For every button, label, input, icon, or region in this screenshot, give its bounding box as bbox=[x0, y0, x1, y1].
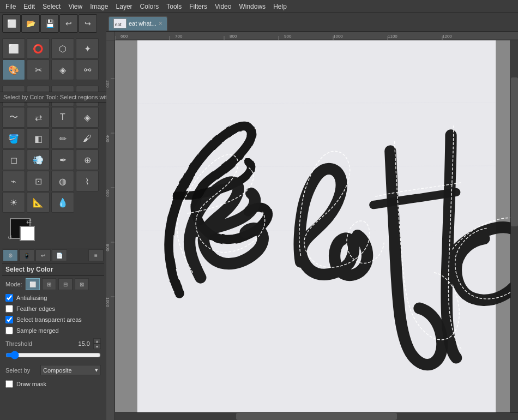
color-section: ↺ ⇄ bbox=[0, 215, 106, 245]
menu-video[interactable]: Video bbox=[212, 2, 234, 11]
color-swap[interactable]: ⇄ bbox=[26, 217, 32, 225]
tab-document-history[interactable]: 📄 bbox=[52, 249, 67, 261]
svg-text:1200: 1200 bbox=[442, 34, 452, 39]
menu-filters[interactable]: Filters bbox=[186, 2, 210, 11]
menu-tools[interactable]: Tools bbox=[163, 2, 185, 11]
tool-paths[interactable]: ⚯ bbox=[76, 59, 99, 80]
threshold-value: 15.0 bbox=[68, 340, 90, 347]
color-reset[interactable]: ↺ bbox=[8, 235, 12, 241]
tool-bucket[interactable]: 🪣 bbox=[2, 128, 25, 149]
mode-subtract[interactable]: ⊟ bbox=[58, 278, 73, 290]
tool-paintbrush[interactable]: 🖌 bbox=[76, 128, 99, 149]
tool-ink[interactable]: ✒ bbox=[51, 149, 74, 170]
menu-help[interactable]: Help bbox=[270, 2, 290, 11]
vertical-ruler: 200 400 600 800 1000 bbox=[106, 40, 115, 420]
menu-windows[interactable]: Windows bbox=[236, 2, 269, 11]
menubar: File Edit Select View Image Layer Colors… bbox=[0, 0, 518, 13]
threshold-down[interactable]: ▼ bbox=[93, 344, 101, 349]
svg-text:800: 800 bbox=[106, 244, 110, 251]
tool-gradient[interactable]: ◧ bbox=[27, 128, 50, 149]
tool-text[interactable]: T bbox=[51, 107, 74, 128]
menu-file[interactable]: File bbox=[2, 2, 19, 11]
menu-view[interactable]: View bbox=[65, 2, 86, 11]
svg-text:400: 400 bbox=[106, 135, 110, 142]
tool-color-picker[interactable]: 💧 bbox=[51, 192, 74, 213]
tool-measure[interactable]: 📐 bbox=[27, 192, 50, 213]
threshold-slider-container bbox=[2, 351, 104, 363]
menu-image[interactable]: Image bbox=[87, 2, 111, 11]
menu-select[interactable]: Select bbox=[39, 2, 64, 11]
tool-dodge[interactable]: ☀ bbox=[2, 192, 25, 213]
redo-btn[interactable]: ↪ bbox=[79, 14, 97, 33]
svg-text:1000: 1000 bbox=[333, 34, 343, 39]
tool-grid: ⬜ ⭕ ⬡ ✦ 🎨 ✂ ◈ ⚯ bbox=[0, 36, 106, 82]
tool-smudge[interactable]: ⌇ bbox=[76, 171, 99, 191]
tool-airbrush[interactable]: 💨 bbox=[27, 149, 50, 170]
horizontal-ruler: 600 700 800 900 1000 1100 1200 bbox=[115, 32, 518, 40]
tool-options-tabs: ⚙ 📱 ↩ 📄 ≡ bbox=[2, 248, 104, 263]
tool-ellipse-select[interactable]: ⭕ bbox=[27, 38, 50, 59]
mode-add[interactable]: ⊞ bbox=[42, 278, 56, 290]
draw-mask-row[interactable]: Draw mask bbox=[2, 379, 104, 389]
tool-blur[interactable]: ◍ bbox=[51, 171, 74, 191]
svg-text:200: 200 bbox=[106, 80, 110, 88]
sample-merged-row[interactable]: Sample merged bbox=[2, 325, 104, 336]
background-color[interactable] bbox=[20, 226, 35, 241]
threshold-label: Threshold bbox=[5, 340, 66, 347]
canvas-content[interactable] bbox=[115, 40, 518, 420]
tool-warp[interactable]: 〜 bbox=[2, 107, 25, 128]
threshold-spinner[interactable]: ▲ ▼ bbox=[93, 338, 101, 349]
panel-menu-btn[interactable]: ≡ bbox=[88, 249, 104, 261]
canvas-tab-main[interactable]: eat eat what... × bbox=[109, 16, 167, 31]
tool-eraser[interactable]: ◻ bbox=[2, 149, 25, 170]
mode-intersect[interactable]: ⊠ bbox=[75, 278, 89, 290]
antialiasing-checkbox[interactable] bbox=[5, 294, 13, 302]
select-transparent-row[interactable]: Select transparent areas bbox=[2, 314, 104, 325]
select-by-row: Select by Composite ▾ bbox=[2, 363, 104, 377]
tool-heal[interactable]: ⌁ bbox=[2, 171, 25, 191]
select-by-dropdown[interactable]: Composite ▾ bbox=[40, 365, 101, 375]
tool-clone[interactable]: ⊕ bbox=[76, 149, 99, 170]
tool-rect-select[interactable]: ⬜ bbox=[2, 38, 25, 59]
svg-rect-18 bbox=[106, 40, 115, 420]
threshold-up[interactable]: ▲ bbox=[93, 338, 101, 344]
tool-fuzzy-select[interactable]: ✦ bbox=[76, 38, 99, 59]
horizontal-scrollbar[interactable] bbox=[115, 412, 518, 420]
tab-label: eat what... bbox=[129, 20, 156, 27]
tool-options-panel: ⚙ 📱 ↩ 📄 ≡ Select by Color Mode: ⬜ ⊞ ⊟ ⊠ … bbox=[0, 248, 106, 420]
left-panel: ⬜ 📂 💾 ↩ ↪ Select by Color Tool: Select r… bbox=[0, 13, 106, 420]
undo-btn[interactable]: ↩ bbox=[59, 14, 78, 33]
hint-bar: Select by Color Tool: Select regions wit… bbox=[0, 92, 106, 103]
draw-mask-checkbox[interactable] bbox=[5, 380, 13, 388]
hint-text: Select by Color Tool: Select regions wit… bbox=[3, 94, 106, 100]
tool-3d[interactable]: ◈ bbox=[76, 107, 99, 128]
mode-replace[interactable]: ⬜ bbox=[26, 278, 40, 290]
tab-tool-options[interactable]: ⚙ bbox=[3, 249, 18, 261]
tool-scissors[interactable]: ✂ bbox=[27, 59, 50, 80]
tab-close-btn[interactable]: × bbox=[159, 20, 162, 27]
tab-device-status[interactable]: 📱 bbox=[19, 249, 34, 261]
feather-edges-checkbox[interactable] bbox=[5, 305, 13, 313]
tool-free-select[interactable]: ⬡ bbox=[51, 38, 74, 59]
sample-merged-checkbox[interactable] bbox=[5, 327, 13, 334]
tool-name-label: Select by Color bbox=[2, 263, 104, 276]
tool-select-color[interactable]: 🎨 bbox=[2, 59, 25, 80]
select-by-label: Select by bbox=[5, 367, 38, 374]
open-file-btn[interactable]: 📂 bbox=[21, 14, 40, 33]
tool-perspective-clone[interactable]: ⊡ bbox=[27, 171, 50, 191]
menu-colors[interactable]: Colors bbox=[137, 2, 162, 11]
tool-foreground-select[interactable]: ◈ bbox=[51, 59, 74, 80]
svg-text:600: 600 bbox=[106, 189, 110, 197]
save-file-btn[interactable]: 💾 bbox=[40, 14, 59, 33]
menu-layer[interactable]: Layer bbox=[113, 2, 136, 11]
feather-edges-row[interactable]: Feather edges bbox=[2, 303, 104, 314]
tab-undo-history[interactable]: ↩ bbox=[35, 249, 51, 261]
tool-flip[interactable]: ⇄ bbox=[27, 107, 50, 128]
select-transparent-checkbox[interactable] bbox=[5, 316, 13, 323]
vertical-scrollbar[interactable] bbox=[510, 40, 518, 412]
threshold-slider[interactable] bbox=[5, 351, 101, 359]
menu-edit[interactable]: Edit bbox=[20, 2, 38, 11]
antialiasing-row[interactable]: Antialiasing bbox=[2, 292, 104, 303]
tool-pencil[interactable]: ✏ bbox=[51, 128, 74, 149]
new-file-btn[interactable]: ⬜ bbox=[2, 14, 21, 33]
